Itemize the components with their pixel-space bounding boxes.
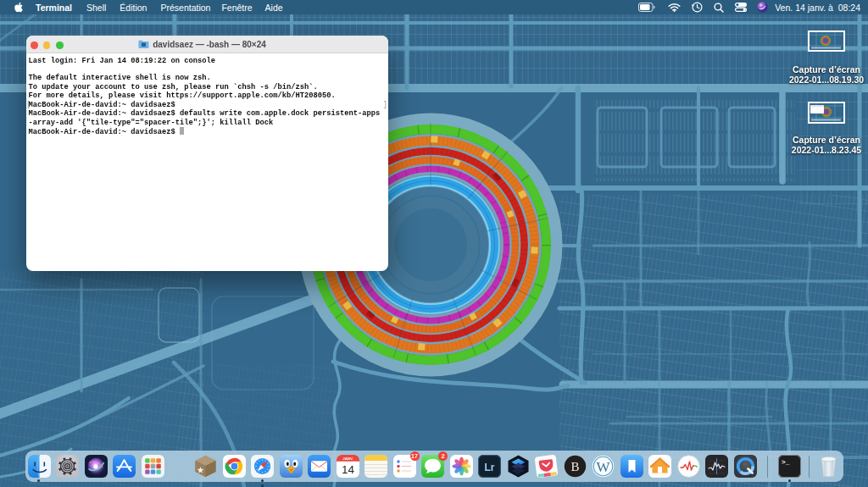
svg-text:>_: >_ <box>782 458 790 466</box>
svg-text:B: B <box>570 460 579 473</box>
svg-text:W: W <box>596 459 610 475</box>
svg-text:Lr: Lr <box>485 462 495 473</box>
svg-text:14: 14 <box>341 463 354 476</box>
svg-text:JANV.: JANV. <box>342 457 353 461</box>
